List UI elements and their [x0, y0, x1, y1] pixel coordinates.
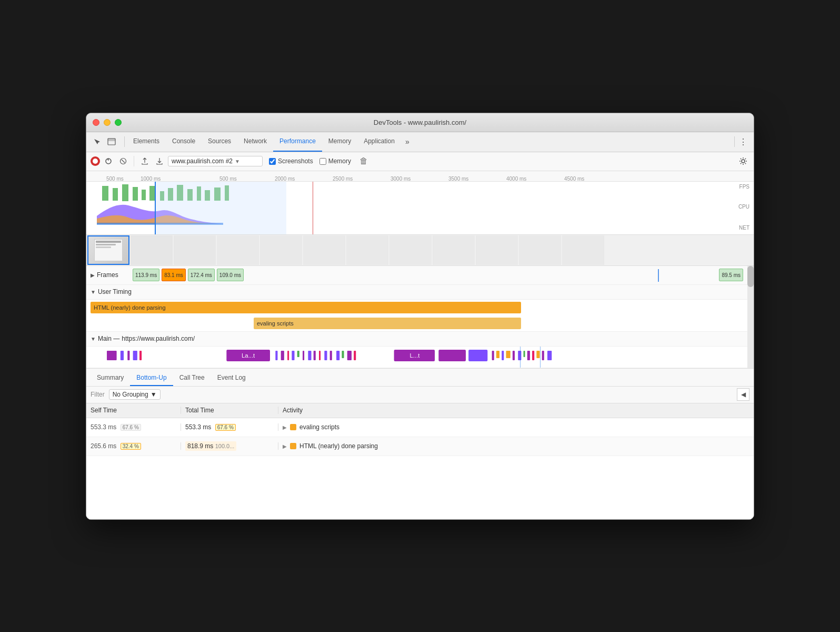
table-header: Self Time Total Time Activity [86, 403, 754, 418]
svg-rect-23 [127, 351, 129, 360]
tab-bottom-up[interactable]: Bottom-Up [130, 370, 173, 386]
screenshot-thumb[interactable] [519, 235, 561, 265]
frames-row: ▶ Frames 113.9 ms 83.1 ms 172.4 ms 109.0… [86, 266, 754, 285]
svg-rect-56 [536, 351, 539, 358]
url-selector[interactable]: www.paulirish.com #2 ▼ [168, 156, 263, 166]
tab-elements[interactable]: Elements [127, 132, 166, 152]
tab-overflow[interactable]: » [401, 132, 414, 152]
frame-block[interactable]: 113.9 ms [133, 269, 159, 281]
maximize-button[interactable] [115, 119, 122, 126]
ruler-mark: 500 ms [106, 176, 124, 182]
collapse-button[interactable]: ◀ [737, 388, 749, 401]
screenshot-thumb[interactable] [389, 235, 432, 265]
frame-block[interactable]: 109.0 ms [217, 269, 244, 281]
minimize-button[interactable] [104, 119, 111, 126]
dock-icon[interactable] [105, 135, 118, 148]
settings-gear-button[interactable] [737, 155, 749, 167]
scrollbar-thumb[interactable] [747, 266, 754, 287]
total-time-value-2: 818.9 ms [187, 442, 213, 450]
activity-header: Activity [278, 407, 754, 414]
ruler-mark: 4500 ms [564, 176, 584, 182]
svg-rect-30 [287, 351, 289, 360]
toolbar-right [737, 155, 749, 167]
checkbox-group: Screenshots Memory 🗑 [269, 156, 368, 166]
activity-name-2: HTML (nearly) done parsing [299, 442, 378, 450]
expand-arrow-icon[interactable]: ▶ [283, 424, 287, 430]
devtools-icons [91, 135, 118, 148]
table-row: 265.6 ms 32.4 % 818.9 ms 100.0... ▶ HTML… [86, 437, 754, 456]
grouping-select[interactable]: No Grouping ▼ [109, 389, 161, 400]
screenshot-thumb[interactable] [87, 235, 129, 265]
vertical-scrollbar[interactable] [747, 266, 754, 368]
tab-separator-2 [734, 136, 735, 147]
svg-rect-55 [532, 351, 534, 360]
bottom-panel: Summary Bottom-Up Call Tree Event Log Fi… [86, 369, 754, 519]
main-thread-label: Main — [98, 335, 119, 342]
screenshot-strip [86, 234, 754, 266]
user-timing-triangle-icon: ▼ [91, 289, 96, 295]
html-parsing-bar[interactable]: HTML (nearly) done parsing [91, 302, 521, 313]
fps-label: FPS [739, 184, 749, 190]
tab-event-log[interactable]: Event Log [211, 370, 252, 386]
activity-name: evaling scripts [299, 423, 339, 431]
tab-application[interactable]: Application [357, 132, 401, 152]
ruler-mark: 1000 ms [141, 176, 161, 182]
screenshot-thumb[interactable] [217, 235, 259, 265]
close-button[interactable] [93, 119, 99, 126]
screenshot-thumb[interactable] [260, 235, 302, 265]
frame-block[interactable]: 83.1 ms [162, 269, 186, 281]
screenshot-thumb[interactable] [476, 235, 518, 265]
settings-button[interactable]: ⋮ [737, 135, 749, 148]
tab-memory[interactable]: Memory [322, 132, 357, 152]
frames-toggle[interactable]: ▶ Frames [91, 271, 133, 279]
screenshot-thumb[interactable] [346, 235, 388, 265]
frame-block[interactable]: 89.5 ms [719, 269, 743, 281]
upload-button[interactable] [138, 155, 151, 167]
chart-section: FPS CPU NET [86, 182, 754, 234]
tab-summary[interactable]: Summary [91, 370, 130, 386]
evaling-scripts-bar[interactable]: evaling scripts [254, 318, 521, 329]
screenshot-thumb[interactable] [303, 235, 345, 265]
svg-rect-28 [275, 351, 277, 360]
memory-checkbox-label[interactable]: Memory [319, 157, 351, 165]
svg-rect-53 [524, 351, 525, 357]
tab-performance[interactable]: Performance [273, 132, 322, 152]
download-button[interactable] [153, 155, 166, 167]
screenshots-checkbox[interactable] [269, 158, 276, 165]
total-time-extra: 100.0... [215, 443, 235, 449]
svg-rect-39 [336, 351, 339, 360]
screenshot-thumb[interactable] [562, 235, 604, 265]
tab-console[interactable]: Console [166, 132, 202, 152]
user-timing-section: ▼ User Timing HTML (nearly) done parsing… [86, 285, 754, 332]
reload-button[interactable] [102, 155, 115, 167]
svg-rect-25 [139, 351, 142, 360]
filter-bar: Filter No Grouping ▼ ◀ [86, 387, 754, 403]
tab-call-tree[interactable]: Call Tree [173, 370, 211, 386]
svg-rect-32 [297, 351, 299, 357]
screenshot-thumb[interactable] [174, 235, 216, 265]
tab-network[interactable]: Network [237, 132, 273, 152]
expand-arrow-icon-2[interactable]: ▶ [283, 443, 287, 449]
tab-sources[interactable]: Sources [202, 132, 237, 152]
svg-text:L...t: L...t [409, 352, 420, 359]
svg-rect-50 [506, 351, 510, 358]
ruler-mark: 500 ms [219, 176, 237, 182]
svg-rect-35 [314, 351, 316, 360]
frame-block[interactable]: 172.4 ms [188, 269, 215, 281]
svg-rect-1 [108, 139, 115, 141]
timeline-ruler: 500 ms 1000 ms 500 ms 2000 ms 2500 ms 30… [86, 171, 754, 182]
performance-toolbar: www.paulirish.com #2 ▼ Screenshots Memor… [86, 152, 754, 171]
self-pct-badge: 67.6 % [121, 424, 141, 431]
record-button[interactable] [91, 156, 100, 166]
svg-rect-29 [281, 351, 284, 360]
screenshot-thumb[interactable] [131, 235, 173, 265]
screenshots-checkbox-label[interactable]: Screenshots [269, 157, 313, 165]
total-time-cell-2: 818.9 ms 100.0... [181, 442, 278, 450]
memory-checkbox[interactable] [319, 158, 326, 165]
delete-button[interactable]: 🗑 [359, 156, 368, 166]
self-time-cell-2: 265.6 ms 32.4 % [86, 442, 181, 450]
cursor-icon[interactable] [91, 135, 103, 148]
screenshot-thumb[interactable] [433, 235, 475, 265]
empty-space [86, 456, 754, 519]
clear-button[interactable] [117, 155, 129, 167]
